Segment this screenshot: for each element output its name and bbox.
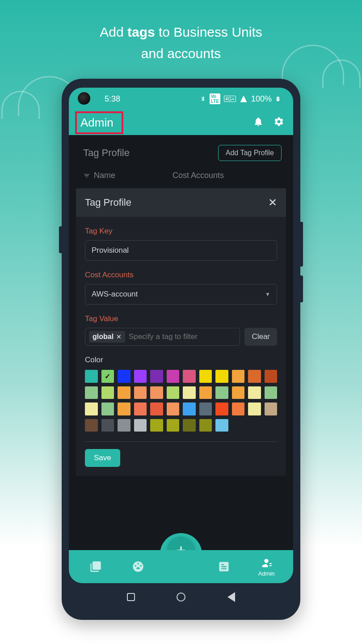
color-grid <box>85 370 277 432</box>
color-swatch[interactable] <box>118 386 130 399</box>
tag-key-label: Tag Key <box>85 227 277 236</box>
color-swatch[interactable] <box>150 419 163 432</box>
volte-icon: VoLTE <box>210 93 220 104</box>
divider <box>85 441 277 442</box>
color-swatch[interactable] <box>101 419 114 432</box>
chip-remove-icon[interactable]: ✕ <box>116 333 122 340</box>
color-swatch[interactable] <box>199 370 212 383</box>
color-swatch[interactable] <box>118 419 130 432</box>
tag-profile-modal: Tag Profile ✕ Tag Key Cost Accounts AWS-… <box>76 188 286 476</box>
phone-frame: 5:38 VoLTE 4G+ 100% Admin <box>62 79 300 620</box>
color-swatch[interactable] <box>248 370 261 383</box>
color-swatch[interactable] <box>215 402 228 415</box>
name-column-header: Name <box>94 171 115 180</box>
color-swatch[interactable] <box>85 386 98 399</box>
page-title: Admin <box>80 116 114 129</box>
color-swatch[interactable] <box>232 386 245 399</box>
color-swatch[interactable] <box>134 419 147 432</box>
color-swatch[interactable] <box>265 370 278 383</box>
color-swatch[interactable] <box>199 386 212 399</box>
clear-button[interactable]: Clear <box>244 328 277 346</box>
color-swatch[interactable] <box>248 402 261 415</box>
color-swatch[interactable] <box>101 402 114 415</box>
chevron-down-icon: ▼ <box>265 291 270 297</box>
tagline: Add tags to Business Units and accounts <box>0 21 362 64</box>
color-swatch[interactable] <box>167 370 180 383</box>
tag-value-input[interactable] <box>129 332 236 341</box>
tag-value-label: Tag Value <box>85 314 277 323</box>
color-swatch[interactable] <box>101 386 114 399</box>
color-swatch[interactable] <box>101 370 114 383</box>
color-swatch[interactable] <box>150 386 163 399</box>
app-title-highlight: Admin <box>75 111 123 134</box>
color-swatch[interactable] <box>199 419 212 432</box>
add-tag-profile-button[interactable]: Add Tag Profile <box>218 145 282 161</box>
color-swatch[interactable] <box>85 419 98 432</box>
back-button[interactable] <box>226 592 236 602</box>
status-bar: 5:38 VoLTE 4G+ 100% <box>69 88 293 110</box>
color-label: Color <box>85 356 277 364</box>
color-swatch[interactable] <box>134 386 147 399</box>
notifications-icon[interactable] <box>253 116 264 129</box>
signal-icon <box>240 95 248 103</box>
cost-accounts-label: Cost Accounts <box>85 271 277 280</box>
close-icon[interactable]: ✕ <box>268 196 277 209</box>
color-swatch[interactable] <box>248 386 261 399</box>
battery-percent: 100% <box>251 94 272 104</box>
section-title: Tag Profile <box>83 147 130 159</box>
cost-accounts-select[interactable]: AWS-account ▼ <box>85 284 277 305</box>
filter-icon[interactable] <box>83 172 90 179</box>
color-swatch[interactable] <box>232 402 245 415</box>
bottom-nav: Admin <box>69 550 293 583</box>
tag-value-chip[interactable]: global ✕ <box>89 331 125 343</box>
color-swatch[interactable] <box>183 370 196 383</box>
color-swatch[interactable] <box>85 402 98 415</box>
color-swatch[interactable] <box>265 386 278 399</box>
nav-item-3[interactable] <box>210 560 237 573</box>
battery-icon <box>275 94 281 103</box>
color-swatch[interactable] <box>167 419 180 432</box>
color-swatch[interactable] <box>199 402 212 415</box>
bluetooth-icon <box>200 95 206 103</box>
color-swatch[interactable] <box>85 370 98 383</box>
color-swatch[interactable] <box>215 419 228 432</box>
system-nav <box>69 583 293 611</box>
color-swatch[interactable] <box>183 419 196 432</box>
color-swatch[interactable] <box>150 402 163 415</box>
color-swatch[interactable] <box>167 402 180 415</box>
save-button[interactable]: Save <box>85 449 120 467</box>
tag-value-input-wrap[interactable]: global ✕ <box>85 328 240 346</box>
color-swatch[interactable] <box>215 370 228 383</box>
modal-title: Tag Profile <box>85 197 131 208</box>
settings-icon[interactable] <box>274 116 284 129</box>
recent-apps-button[interactable] <box>126 592 136 602</box>
tag-key-input[interactable] <box>85 240 277 261</box>
color-swatch[interactable] <box>134 370 147 383</box>
color-swatch[interactable] <box>183 402 196 415</box>
color-swatch[interactable] <box>232 370 245 383</box>
home-button[interactable] <box>176 592 186 602</box>
nav-item-1[interactable] <box>82 560 109 573</box>
color-swatch[interactable] <box>118 370 130 383</box>
color-swatch[interactable] <box>265 402 278 415</box>
app-header: Admin <box>69 110 293 135</box>
network-icon: 4G+ <box>224 96 236 102</box>
color-swatch[interactable] <box>118 402 130 415</box>
color-swatch[interactable] <box>134 402 147 415</box>
table-header: Name Cost Accounts <box>69 166 293 188</box>
camera-dot <box>78 92 90 105</box>
cost-accounts-column-header: Cost Accounts <box>173 171 224 180</box>
status-time: 5:38 <box>105 94 120 104</box>
color-swatch[interactable] <box>167 386 180 399</box>
color-swatch[interactable] <box>150 370 163 383</box>
nav-item-2[interactable] <box>125 560 152 573</box>
color-swatch[interactable] <box>183 386 196 399</box>
color-swatch[interactable] <box>215 386 228 399</box>
nav-item-admin[interactable]: Admin <box>253 557 280 577</box>
